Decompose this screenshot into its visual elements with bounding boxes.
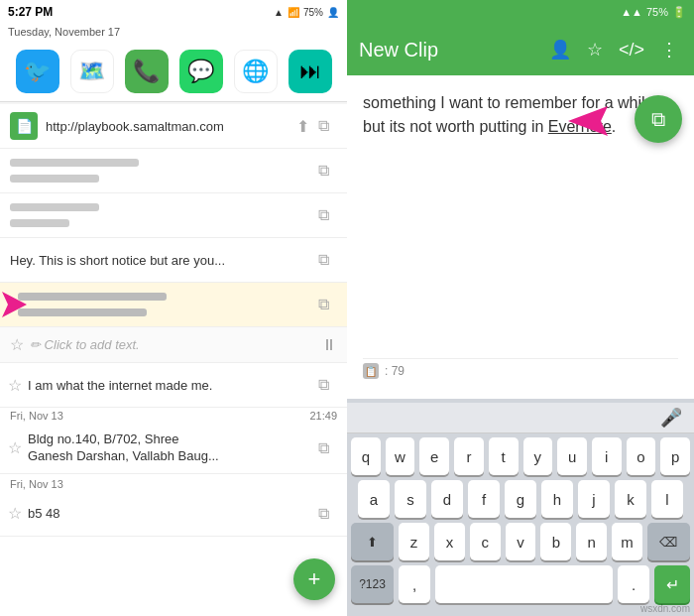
keyboard-toolbar: 🎤 bbox=[347, 403, 694, 433]
key-i[interactable]: i bbox=[592, 437, 622, 475]
pause-icon[interactable]: ⏸ bbox=[321, 336, 337, 354]
key-w[interactable]: w bbox=[386, 437, 415, 475]
star-icon-3[interactable]: ☆ bbox=[8, 504, 22, 523]
copy-icon-bldg[interactable]: ⧉ bbox=[309, 434, 337, 462]
key-p[interactable]: p bbox=[660, 437, 690, 475]
copy-icon-url[interactable]: ⧉ bbox=[309, 112, 337, 140]
key-y[interactable]: y bbox=[523, 437, 553, 475]
next-app-icon[interactable]: ⏭ bbox=[289, 50, 332, 93]
maps-app-icon[interactable]: 🗺️ bbox=[70, 50, 114, 93]
key-n[interactable]: n bbox=[576, 523, 607, 560]
fab-add-button[interactable]: + bbox=[293, 558, 335, 600]
key-j[interactable]: j bbox=[578, 480, 610, 518]
left-panel: 5:27 PM ▲ 📶 75% 👤 Tuesday, November 17 🐦… bbox=[0, 0, 347, 616]
star-icon-1[interactable]: ☆ bbox=[8, 376, 22, 395]
clip-list-item-b548[interactable]: ☆ b5 48 ⧉ bbox=[0, 492, 347, 537]
more-toolbar-icon[interactable]: ⋮ bbox=[656, 35, 682, 64]
key-m[interactable]: m bbox=[612, 523, 642, 560]
whatsapp-app-icon[interactable]: 💬 bbox=[179, 50, 223, 93]
copy-icon-b548[interactable]: ⧉ bbox=[309, 500, 337, 528]
url-clip-item[interactable]: 📄 http://playbook.samaltman.com ⬆ ⧉ bbox=[0, 104, 347, 149]
clip-list: 📄 http://playbook.samaltman.com ⬆ ⧉ ⧉ ⧉ … bbox=[0, 104, 347, 616]
twitter-app-icon[interactable]: 🐦 bbox=[16, 50, 59, 93]
chrome-app-icon[interactable]: 🌐 bbox=[234, 50, 278, 93]
gray-bar bbox=[10, 203, 99, 211]
copy-icon-1[interactable]: ⧉ bbox=[309, 157, 337, 185]
status-icons: ▲ 📶 75% 👤 bbox=[274, 7, 339, 18]
status-time: 5:27 PM bbox=[8, 5, 53, 19]
right-toolbar: New Clip 👤 ☆ </> ⋮ bbox=[347, 24, 694, 75]
key-shift[interactable]: ⬆ bbox=[351, 523, 394, 560]
key-f[interactable]: f bbox=[468, 480, 500, 518]
char-count-icon: 📋 bbox=[363, 363, 379, 379]
phone-app-icon[interactable]: 📞 bbox=[125, 50, 169, 93]
key-row-1: q w e r t y u i o p bbox=[351, 437, 690, 475]
key-delete[interactable]: ⌫ bbox=[647, 523, 690, 560]
key-enter[interactable]: ↵ bbox=[654, 565, 690, 603]
mic-icon[interactable]: 🎤 bbox=[660, 407, 682, 429]
key-space[interactable] bbox=[435, 565, 613, 603]
star-icon-2[interactable]: ☆ bbox=[8, 438, 22, 457]
clip-item-bars-1[interactable]: ⧉ bbox=[0, 149, 347, 193]
clip-item-highlighted[interactable]: ⧉ bbox=[0, 283, 347, 327]
left-status-bar: 5:27 PM ▲ 📶 75% 👤 bbox=[0, 0, 347, 24]
copy-icon-2[interactable]: ⧉ bbox=[309, 201, 337, 229]
key-s[interactable]: s bbox=[395, 480, 426, 518]
clip-list-item-internet[interactable]: ☆ I am what the internet made me. ⧉ bbox=[0, 363, 347, 408]
person-icon[interactable]: 👤 bbox=[545, 35, 575, 64]
toolbar-title: New Clip bbox=[359, 39, 537, 62]
clip-list-text-b548: b5 48 bbox=[28, 506, 309, 521]
gray-bar bbox=[10, 159, 139, 167]
key-g[interactable]: g bbox=[505, 480, 536, 518]
key-t[interactable]: t bbox=[489, 437, 519, 475]
key-q[interactable]: q bbox=[351, 437, 381, 475]
gray-bar-highlight bbox=[18, 293, 167, 301]
key-d[interactable]: d bbox=[431, 480, 463, 518]
clip-item-bars-2[interactable]: ⧉ bbox=[0, 193, 347, 238]
key-z[interactable]: z bbox=[399, 523, 429, 560]
copy-icon-internet[interactable]: ⧉ bbox=[309, 371, 337, 399]
gray-bar bbox=[10, 219, 69, 227]
share-icon[interactable]: ⬆ bbox=[296, 117, 309, 136]
svg-marker-0 bbox=[2, 292, 27, 317]
key-k[interactable]: k bbox=[615, 480, 646, 518]
signal-icon: 📶 bbox=[288, 7, 299, 18]
right-panel: ▲▲ 75% 🔋 New Clip 👤 ☆ </> ⋮ something I … bbox=[347, 0, 694, 616]
copy-icon-3[interactable]: ⧉ bbox=[309, 246, 337, 274]
key-comma[interactable]: , bbox=[399, 565, 430, 603]
clip-list-item-bldg[interactable]: ☆ Bldg no.140, B/702, ShreeGanesh Darsha… bbox=[0, 424, 347, 474]
app-icons-row: 🐦 🗺️ 📞 💬 🌐 ⏭ bbox=[0, 42, 347, 102]
key-period[interactable]: . bbox=[618, 565, 649, 603]
key-l[interactable]: l bbox=[651, 480, 683, 518]
signal-right: ▲▲ bbox=[621, 6, 642, 18]
key-r[interactable]: r bbox=[454, 437, 484, 475]
fab-copy-button[interactable]: ⧉ bbox=[635, 95, 682, 143]
clip-item-text[interactable]: Hey. This is short notice but are you...… bbox=[0, 238, 347, 283]
star-toolbar-icon[interactable]: ☆ bbox=[583, 35, 607, 64]
key-a[interactable]: a bbox=[358, 480, 390, 518]
date-label-2: Fri, Nov 13 bbox=[0, 474, 347, 492]
key-e[interactable]: e bbox=[419, 437, 449, 475]
key-o[interactable]: o bbox=[627, 437, 656, 475]
status-date: Tuesday, November 17 bbox=[0, 24, 347, 42]
copy-icon-4[interactable]: ⧉ bbox=[309, 291, 337, 318]
note-text: something I want to remember for a while… bbox=[363, 91, 678, 350]
key-numeric[interactable]: ?123 bbox=[351, 565, 394, 603]
keyboard: 🎤 q w e r t y u i o p a s d f g bbox=[347, 399, 694, 616]
key-x[interactable]: x bbox=[434, 523, 465, 560]
key-u[interactable]: u bbox=[557, 437, 587, 475]
star-icon-add[interactable]: ☆ bbox=[10, 335, 24, 354]
watermark: wsxdn.com bbox=[640, 603, 690, 614]
key-h[interactable]: h bbox=[541, 480, 573, 518]
add-text-bar[interactable]: ☆ ✏ Click to add text. ⏸ bbox=[0, 327, 347, 363]
char-count-bar: 📋 : 79 bbox=[363, 358, 678, 383]
key-b[interactable]: b bbox=[540, 523, 571, 560]
gray-bar bbox=[10, 175, 99, 183]
date-text-2: Fri, Nov 13 bbox=[10, 478, 63, 490]
clip-list-text-bldg: Bldg no.140, B/702, ShreeGanesh Darshan,… bbox=[28, 431, 309, 465]
key-c[interactable]: c bbox=[470, 523, 501, 560]
share-toolbar-icon[interactable]: </> bbox=[615, 36, 648, 64]
pink-arrow-left bbox=[0, 290, 32, 319]
key-v[interactable]: v bbox=[506, 523, 536, 560]
gray-bar-highlight bbox=[18, 308, 147, 316]
